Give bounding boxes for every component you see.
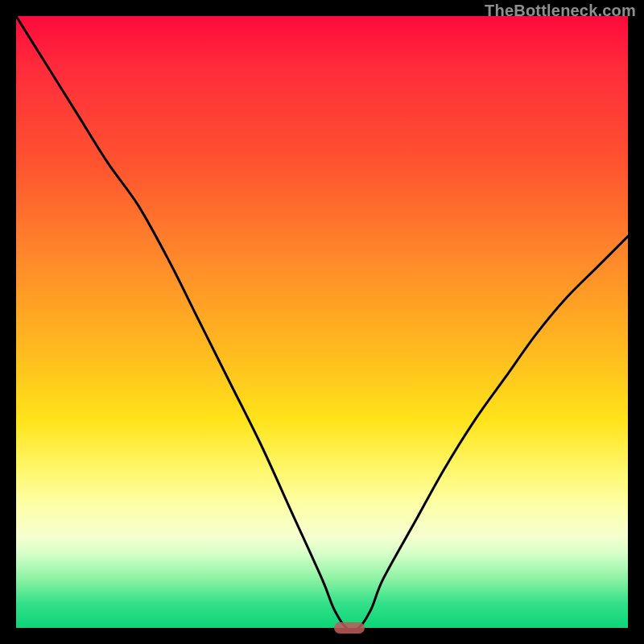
chart-frame: TheBottleneck.com [0, 0, 644, 644]
curve-path [16, 16, 628, 628]
plot-area [16, 16, 628, 628]
bottleneck-curve [16, 16, 628, 628]
watermark-text: TheBottleneck.com [485, 2, 636, 20]
minimum-marker [334, 622, 365, 634]
